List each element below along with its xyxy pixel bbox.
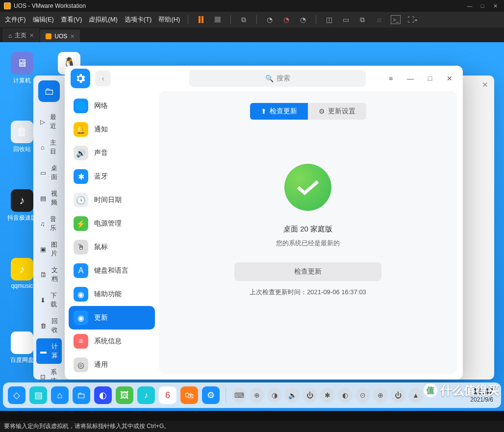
menu-item[interactable]: 编辑(E): [33, 15, 54, 24]
category-icon: ◎: [74, 357, 88, 372]
sidebar-item[interactable]: ▤视频: [33, 185, 65, 211]
sidebar-item[interactable]: ▭桌面: [33, 160, 65, 185]
nav-item-声音[interactable]: 🔊声音: [69, 141, 155, 165]
sidebar-item[interactable]: 🖺文档: [33, 262, 65, 287]
close-button[interactable]: ✕: [442, 71, 457, 86]
nav-item-通用[interactable]: ◎通用: [69, 353, 155, 377]
close-icon[interactable]: ✕: [70, 33, 75, 40]
settings-window[interactable]: ‹ 🔍 搜索 ≡ — □ ✕ 🌐网络🔔通知🔊声音✱蓝牙🕓时间日期⚡电源管理🖱鼠标…: [65, 66, 463, 380]
nav-item-系统信息[interactable]: ≡系统信息: [69, 330, 155, 353]
tray-icon[interactable]: 🔈: [285, 388, 300, 403]
minimize-button[interactable]: —: [465, 2, 475, 9]
dock-app[interactable]: ▤: [29, 386, 47, 404]
desktop-icon[interactable]: ♪qqmusic: [7, 258, 37, 289]
clock3-icon[interactable]: ◔: [298, 15, 308, 24]
sidebar-item[interactable]: ▬计算: [36, 338, 62, 364]
nav-item-更新[interactable]: ◉更新: [69, 306, 155, 330]
tab-uos[interactable]: UOS ✕: [40, 30, 80, 42]
dock-app[interactable]: 🗀: [73, 386, 90, 404]
nav-item-时间日期[interactable]: 🕓时间日期: [69, 188, 155, 212]
dock-app[interactable]: 6: [159, 386, 176, 404]
nav-item-网络[interactable]: 🌐网络: [69, 94, 155, 118]
sidebar-item[interactable]: ♫音乐: [33, 211, 65, 236]
sidebar-item[interactable]: ⌂主目: [33, 134, 65, 160]
check-updates-wide-button[interactable]: 检查更新: [234, 262, 381, 281]
nav-item-通知[interactable]: 🔔通知: [69, 118, 155, 141]
folder-icon: ⌂: [40, 143, 45, 151]
clock2-icon[interactable]: ◔: [281, 15, 291, 24]
back-button[interactable]: ‹: [95, 71, 111, 86]
desktop-icon[interactable]: ☁百度网盘: [7, 331, 37, 364]
stop-vm-icon[interactable]: [213, 15, 223, 24]
close-button[interactable]: ✕: [490, 2, 500, 9]
search-input[interactable]: 🔍 搜索: [189, 70, 366, 87]
close-icon[interactable]: ✕: [482, 80, 488, 89]
update-settings-button[interactable]: ⚙ 更新设置: [308, 103, 366, 120]
menu-item[interactable]: 虚拟机(M): [89, 15, 118, 24]
guest-desktop: 🖥计算机🗑回收站♪抖音极速版♪qqmusic☁百度网盘 🐧 🗀 ▷最近⌂主目▭桌…: [0, 42, 504, 411]
desktop-icon[interactable]: 🗑回收站: [7, 121, 37, 153]
dock-app[interactable]: 🛍: [180, 386, 198, 404]
menu-icon[interactable]: ≡: [383, 71, 398, 86]
desktop-icon[interactable]: ♪抖音极速版: [7, 189, 37, 222]
dock-app[interactable]: 🖼: [116, 386, 133, 404]
minimize-button[interactable]: —: [403, 71, 418, 86]
sidebar-item[interactable]: ⊡系统: [33, 364, 65, 380]
nav-item-鼠标[interactable]: 🖱鼠标: [69, 235, 155, 259]
layout3-icon[interactable]: ⧉: [357, 15, 367, 24]
fullscreen-icon[interactable]: ⛶▾: [407, 15, 417, 24]
menu-item[interactable]: 帮助(H): [158, 15, 180, 24]
watermark: 值 什么值得买: [424, 382, 499, 398]
dock-app[interactable]: ◇: [8, 386, 25, 404]
menu-item[interactable]: 选项卡(T): [125, 15, 152, 24]
tray-icon[interactable]: ◐: [338, 388, 353, 403]
sidebar-item[interactable]: 🗑回收: [33, 313, 65, 338]
maximize-button[interactable]: □: [423, 71, 437, 86]
folder-icon: 🖺: [40, 271, 47, 279]
console-icon[interactable]: >_: [391, 15, 401, 24]
tab-home[interactable]: ⌂ 主页 ✕: [3, 28, 39, 42]
folder-icon: ▤: [40, 194, 46, 202]
menu-item[interactable]: 查看(V): [61, 15, 82, 24]
category-icon: ◉: [74, 310, 88, 325]
tray-icon[interactable]: ▲: [408, 388, 423, 403]
vmware-logo-icon: [4, 2, 11, 9]
desktop-icon[interactable]: 🖥计算机: [7, 52, 37, 85]
nav-item-蓝牙[interactable]: ✱蓝牙: [69, 165, 155, 188]
product-name: 桌面 20 家庭版: [283, 225, 332, 234]
menu-item[interactable]: 文件(F): [5, 15, 26, 24]
close-icon[interactable]: ✕: [29, 32, 34, 39]
nav-item-键盘和语言[interactable]: A键盘和语言: [69, 259, 155, 282]
app-icon: ♪: [11, 258, 33, 280]
dock-app[interactable]: ◐: [94, 386, 112, 404]
category-icon: ≡: [74, 334, 88, 349]
tray-icon[interactable]: ✱: [320, 388, 335, 403]
layout4-icon[interactable]: ⧄: [374, 15, 384, 24]
tray-icon[interactable]: ⏻: [391, 388, 405, 403]
tray-icon[interactable]: ◑: [267, 388, 282, 403]
snapshot-icon[interactable]: ⧉: [239, 15, 249, 24]
sidebar-item[interactable]: ⬇下载: [33, 287, 65, 313]
sidebar-item[interactable]: ▣图片: [33, 236, 65, 262]
tray-icon[interactable]: ⊕: [250, 388, 264, 403]
category-icon: 🔊: [74, 146, 88, 160]
check-updates-button[interactable]: ⬆ 检查更新: [250, 103, 308, 120]
tray-icon[interactable]: ⊙: [355, 388, 370, 403]
nav-item-电源管理[interactable]: ⚡电源管理: [69, 212, 155, 235]
dock-app[interactable]: ⌂: [51, 386, 69, 404]
maximize-button[interactable]: □: [478, 2, 487, 9]
clock1-icon[interactable]: ◔: [265, 15, 275, 24]
layout2-icon[interactable]: ▭: [341, 15, 351, 24]
layout1-icon[interactable]: ◫: [324, 15, 334, 24]
vmware-tabbar: ⌂ 主页 ✕ UOS ✕: [0, 27, 504, 42]
nav-item-辅助功能[interactable]: ◉辅助功能: [69, 282, 155, 306]
dock-app[interactable]: ♪: [137, 386, 155, 404]
pause-vm-icon[interactable]: [196, 15, 206, 24]
tray-icon[interactable]: ⏻: [302, 388, 317, 403]
tray-icon[interactable]: ⌨: [232, 388, 247, 403]
tray-icon[interactable]: ⊕: [373, 388, 388, 403]
sidebar-item[interactable]: ▷最近: [33, 109, 65, 134]
last-check-time: 上次检查更新时间：2021-09-06 16:37:03: [250, 288, 366, 297]
dock-app[interactable]: ⚙: [202, 386, 220, 404]
vm-icon: [46, 33, 51, 39]
